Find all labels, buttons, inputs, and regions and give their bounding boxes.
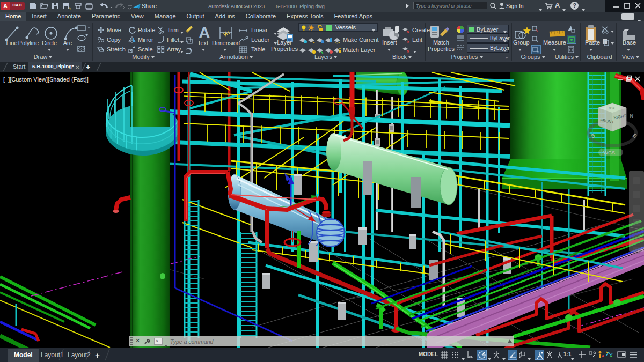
svg-text:N: N (630, 113, 633, 119)
svg-text:WCS: WCS (603, 150, 615, 156)
